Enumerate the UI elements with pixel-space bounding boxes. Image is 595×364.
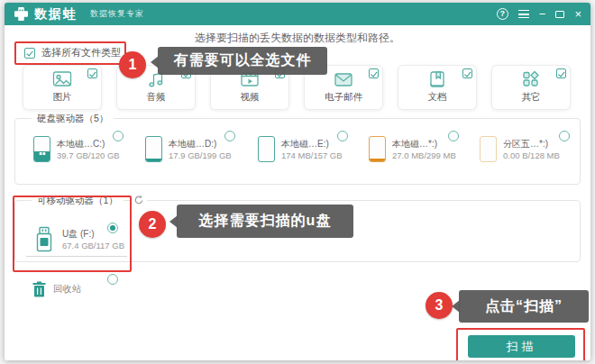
removable-drives-group: 可移动驱动器（1） U盘 (F:) 67.4 GB/117 GB [14,200,581,262]
drive-name: 本地磁…C:) [57,138,105,150]
app-window: 数据蛙 数据恢复专家 ? − × 选择要扫描的丢失数据的数据类型和路径。 选择所… [5,3,590,360]
drive-name: 本地磁…*:) [392,138,437,150]
drive-icon [33,136,50,162]
card-documents[interactable]: 文档 [398,65,477,110]
drive-icon [369,136,386,162]
drive-capacity: 174 MB/157 GB [281,150,343,160]
card-label: 视频 [241,91,260,104]
check-icon [558,69,564,76]
trash-icon [32,280,46,297]
document-icon [427,70,447,88]
check-icon [464,69,471,76]
drive-capacity: 27.0 MB/299 MB [392,150,456,160]
scan-button[interactable]: 扫描 [468,335,575,358]
card-label: 文档 [428,91,447,104]
usb-drive-icon [35,226,53,257]
drive-usage-fill [146,159,161,161]
titlebar: 数据蛙 数据恢复专家 ? − × [5,3,590,25]
card-checkbox[interactable] [556,68,566,78]
card-label: 音频 [147,91,166,104]
image-icon [52,70,72,88]
drive-radio[interactable] [559,131,570,141]
check-icon [277,69,283,76]
drive-capacity: 17.9 GB/199 GB [169,150,232,160]
check-icon [89,69,96,76]
recycle-bin-radio[interactable] [107,274,118,285]
drive-radio[interactable] [113,131,124,141]
windows-logo-icon [39,142,45,159]
drive-name: 本地磁…E:) [281,138,329,150]
audio-icon [146,70,166,88]
select-all-label: 选择所有文件类型 [41,46,121,59]
frog-cross-icon [14,6,29,22]
close-icon[interactable]: × [574,9,581,20]
select-all-checkbox[interactable] [24,48,35,59]
card-audio[interactable]: 音频 [116,65,196,110]
check-icon [371,69,377,76]
drive-radio[interactable] [224,131,235,141]
card-checkbox[interactable] [181,68,191,78]
help-icon[interactable]: ? [497,8,508,20]
drive-icon [145,136,162,162]
card-checkbox[interactable] [87,68,97,78]
card-checkbox[interactable] [369,68,379,78]
hard-drives-group: 硬盘驱动器（5） 本地磁…C:) 39.7 GB/120 GB 本地磁…D:) … [14,118,581,185]
email-icon [334,70,353,88]
card-other[interactable]: 其它 [491,65,571,110]
drive-name: 本地磁…D:) [169,138,216,150]
check-icon [26,49,33,56]
card-email[interactable]: 电子邮件 [304,65,383,110]
card-label: 电子邮件 [325,91,362,104]
drive-icon [258,136,275,162]
card-checkbox[interactable] [462,68,472,78]
select-all-file-types[interactable]: 选择所有文件类型 [24,46,121,59]
maximize-icon[interactable] [555,11,564,18]
divider [26,256,127,257]
refresh-icon[interactable] [131,195,147,206]
usb-drive-capacity: 67.4 GB/117 GB [62,241,124,250]
card-label: 其它 [522,91,541,104]
recycle-bin-item[interactable]: 回收站 [32,280,82,297]
recycle-bin-label: 回收站 [53,283,82,297]
check-icon [183,69,189,76]
drive-name: 分区五…*:) [503,138,548,150]
drive-icon [480,136,497,162]
other-icon [521,70,541,88]
drive-radio[interactable] [337,131,348,141]
minimize-icon[interactable]: − [539,10,546,19]
removable-drives-title: 可移动驱动器（1） [32,195,124,207]
app-subtitle: 数据恢复专家 [90,8,144,20]
card-checkbox[interactable] [275,68,285,78]
video-icon [240,70,260,88]
app-name: 数据蛙 [34,6,78,23]
usb-drive-radio-selected[interactable] [107,223,118,233]
annotation-step-3-badge: 3 [426,292,453,319]
card-video[interactable]: 视频 [210,65,289,110]
page-instruction: 选择要扫描的丢失数据的数据类型和路径。 [5,31,590,46]
card-images[interactable]: 图片 [23,65,102,110]
drive-capacity: 0.00 B/128 MB [503,150,560,160]
menu-icon[interactable] [518,10,529,18]
usb-drive-name: U盘 (F:) [62,228,95,241]
annotation-tooltip-3: 点击“扫描” [459,290,589,323]
app-logo: 数据蛙 数据恢复专家 [14,6,144,23]
file-type-cards: 图片 音频 视频 电子邮件 [23,65,571,110]
radio-dot [110,225,115,231]
hard-drives-title: 硬盘驱动器（5） [32,113,114,125]
drive-usage-fill [370,159,385,161]
drive-radio[interactable] [448,131,459,141]
drive-capacity: 39.7 GB/120 GB [57,150,120,160]
card-label: 图片 [53,91,72,104]
